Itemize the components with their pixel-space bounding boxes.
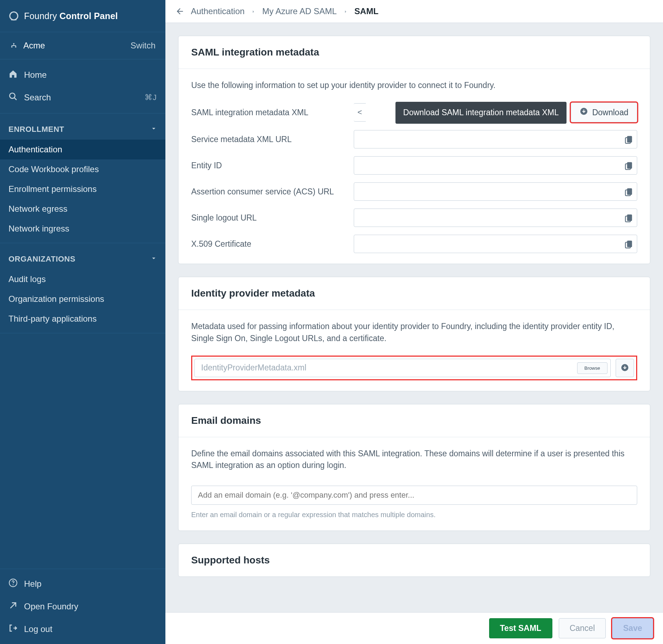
input-slo-url[interactable] (354, 209, 637, 227)
nav-help[interactable]: Help (0, 573, 165, 595)
download-idp-metadata-button[interactable] (616, 359, 634, 377)
chevron-down-icon (151, 125, 157, 134)
sidebar-item-code-workbook-profiles[interactable]: Code Workbook profiles (0, 159, 165, 179)
card-helper-text: Define the email domains associated with… (191, 448, 637, 472)
metadata-xml-preview: < (354, 103, 366, 122)
sidebar-item-authentication[interactable]: Authentication (0, 140, 165, 159)
org-icon (10, 42, 18, 49)
file-placeholder: IdentityProviderMetadata.xml (201, 362, 306, 374)
brand-logo-icon (8, 11, 19, 21)
chevron-right-icon (343, 6, 348, 16)
sidebar: Foundry Control Panel Acme Switch Home S… (0, 0, 165, 644)
card-title: Identity provider metadata (191, 288, 637, 299)
browse-button[interactable]: Browse (577, 362, 608, 374)
input-acs-url[interactable] (354, 182, 637, 201)
sidebar-item-enrollment-permissions[interactable]: Enrollment permissions (0, 179, 165, 199)
card-title: Supported hosts (191, 555, 637, 566)
label-service-url: Service metadata XML URL (191, 134, 354, 145)
download-metadata-button[interactable]: Download (571, 103, 637, 122)
brand-title: Foundry Control Panel (24, 11, 118, 21)
copy-acs-url-button[interactable] (624, 187, 634, 197)
svg-point-8 (13, 584, 14, 585)
card-identity-provider-metadata: Identity provider metadata Metadata used… (178, 277, 650, 391)
card-title: SAML integration metadata (191, 47, 637, 58)
svg-point-3 (15, 46, 17, 48)
org-name: Acme (23, 41, 45, 51)
switch-org-link[interactable]: Switch (130, 41, 156, 51)
svg-rect-1 (11, 19, 17, 21)
card-helper-text: Metadata used for passing information ab… (191, 321, 637, 344)
sidebar-item-network-egress[interactable]: Network egress (0, 199, 165, 219)
svg-rect-14 (627, 188, 632, 195)
nav-home[interactable]: Home (0, 64, 165, 86)
svg-line-6 (14, 98, 17, 100)
email-domain-input[interactable] (191, 486, 637, 505)
sidebar-item-audit-logs[interactable]: Audit logs (0, 269, 165, 289)
idp-metadata-file-input[interactable]: IdentityProviderMetadata.xml Browse (194, 359, 611, 377)
help-icon (8, 578, 18, 590)
email-domain-hint: Enter an email domain or a regular expre… (191, 510, 637, 520)
sidebar-item-network-ingress[interactable]: Network ingress (0, 219, 165, 239)
input-entity-id[interactable] (354, 156, 637, 175)
external-link-icon (8, 601, 18, 612)
download-button-label: Download (592, 108, 628, 117)
sidebar-item-organization-permissions[interactable]: Organization permissions (0, 289, 165, 309)
copy-slo-url-button[interactable] (624, 213, 634, 223)
crumb-azure-ad-saml[interactable]: My Azure AD SAML (262, 6, 337, 16)
svg-point-4 (13, 43, 14, 45)
brand-header: Foundry Control Panel (0, 0, 165, 32)
nav-logout[interactable]: Log out (0, 618, 165, 640)
download-tooltip: Download SAML integration metadata XML (395, 102, 567, 123)
svg-rect-12 (627, 162, 632, 169)
test-saml-button[interactable]: Test SAML (489, 618, 552, 638)
svg-point-2 (11, 46, 13, 48)
nav-search[interactable]: Search ⌘J (0, 86, 165, 109)
card-email-domains: Email domains Define the email domains a… (178, 404, 650, 531)
nav-search-label: Search (24, 93, 51, 103)
input-service-url[interactable] (354, 130, 637, 148)
svg-rect-16 (627, 215, 632, 221)
card-saml-integration-metadata: SAML integration metadata Use the follow… (178, 36, 650, 264)
chevron-down-icon (151, 254, 157, 264)
section-organizations-header[interactable]: ORGANIZATIONS (0, 247, 165, 269)
card-helper-text: Use the following information to set up … (191, 80, 637, 91)
nav-home-label: Home (24, 70, 47, 80)
card-supported-hosts: Supported hosts (178, 544, 650, 577)
copy-service-url-button[interactable] (624, 134, 634, 144)
search-shortcut: ⌘J (145, 93, 157, 102)
nav-open-foundry[interactable]: Open Foundry (0, 595, 165, 618)
nav-open-foundry-label: Open Foundry (24, 602, 78, 611)
label-metadata-xml: SAML integration metadata XML (191, 107, 354, 118)
nav-logout-label: Log out (24, 624, 52, 634)
label-x509-cert: X.509 Certificate (191, 238, 354, 250)
copy-entity-id-button[interactable] (624, 160, 634, 170)
input-x509-cert[interactable] (354, 235, 637, 253)
svg-rect-18 (627, 241, 632, 247)
home-icon (8, 69, 18, 81)
copy-x509-button[interactable] (624, 239, 634, 249)
download-icon (580, 107, 588, 118)
nav-help-label: Help (24, 579, 41, 589)
label-slo-url: Single logout URL (191, 212, 354, 224)
cancel-button[interactable]: Cancel (559, 618, 606, 638)
crumb-authentication[interactable]: Authentication (191, 6, 245, 16)
card-title: Email domains (191, 415, 637, 426)
label-acs-url: Assertion consumer service (ACS) URL (191, 186, 354, 198)
logout-icon (8, 623, 18, 635)
section-enrollment-header[interactable]: ENROLLMENT (0, 118, 165, 140)
svg-point-5 (10, 93, 15, 98)
crumb-saml: SAML (354, 6, 379, 16)
search-icon (8, 92, 18, 103)
label-entity-id: Entity ID (191, 160, 354, 171)
file-upload-highlight: IdentityProviderMetadata.xml Browse (191, 356, 637, 380)
download-icon (621, 363, 629, 373)
breadcrumb-bar: Authentication My Azure AD SAML SAML (165, 0, 663, 23)
chevron-right-icon (251, 6, 256, 16)
svg-rect-10 (627, 136, 632, 143)
org-switcher[interactable]: Acme Switch (0, 32, 165, 59)
action-bar: Test SAML Cancel Save (165, 612, 663, 644)
back-button[interactable] (175, 7, 184, 16)
svg-point-0 (10, 12, 18, 20)
save-button[interactable]: Save (612, 618, 653, 638)
sidebar-item-third-party-applications[interactable]: Third-party applications (0, 309, 165, 329)
